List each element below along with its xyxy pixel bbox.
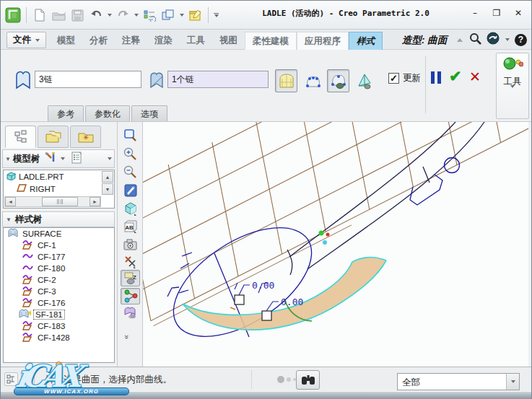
primary-chain-input[interactable] xyxy=(35,71,141,88)
tools-group[interactable]: 工具 xyxy=(496,53,529,119)
zoom-out-button[interactable] xyxy=(121,164,140,180)
collapse-ribbon-icon[interactable] xyxy=(457,38,463,42)
tab-view[interactable]: 视图 xyxy=(212,32,245,50)
tab-parameterization[interactable]: 参数化 xyxy=(85,105,130,121)
saved-orientations-button[interactable]: AB xyxy=(121,218,140,234)
drag-handle-square[interactable] xyxy=(235,295,244,304)
folder-browser-tab[interactable] xyxy=(38,126,69,148)
undo-dropdown-arrow[interactable] xyxy=(108,14,112,17)
regenerate-button[interactable] xyxy=(141,7,157,23)
pause-button[interactable] xyxy=(431,71,441,84)
tab-model[interactable]: 模型 xyxy=(50,32,82,50)
hscroll-thumb[interactable] xyxy=(42,197,78,206)
collapse-icon[interactable]: ▼ xyxy=(5,156,11,162)
tab-annotate[interactable]: 注释 xyxy=(115,32,147,50)
tab-options[interactable]: 选项 xyxy=(131,105,167,121)
tangency-annotation[interactable]: 0.00 xyxy=(281,297,303,307)
ok-button[interactable]: ✔ xyxy=(449,68,462,85)
display-style-button[interactable] xyxy=(121,200,140,216)
internal-curves-button[interactable] xyxy=(327,69,349,92)
zoom-region-button[interactable] xyxy=(121,127,140,144)
red-point[interactable] xyxy=(326,233,330,237)
toggle-navigator-button[interactable] xyxy=(4,372,18,386)
control-points-surface-button[interactable] xyxy=(302,69,324,92)
filter-dropdown-button[interactable] xyxy=(506,374,519,390)
secondary-chain-input[interactable] xyxy=(167,71,269,88)
new-annotation-button[interactable] xyxy=(187,7,203,23)
style-tree-item[interactable]: CF-1428 xyxy=(4,332,114,343)
trim-surface-button[interactable] xyxy=(353,69,375,92)
tangency-annotation[interactable]: 0.00 xyxy=(252,280,274,291)
file-menu-button[interactable]: 文件 xyxy=(6,32,46,48)
collapse-icon[interactable]: ▼ xyxy=(6,216,12,223)
search-icon[interactable] xyxy=(469,32,481,48)
style-tree-item[interactable]: SURFACE xyxy=(4,228,114,240)
redo-dropdown-arrow[interactable] xyxy=(134,14,139,17)
find-button[interactable] xyxy=(296,370,320,390)
cyan-point[interactable] xyxy=(323,240,327,245)
handle-curves[interactable] xyxy=(287,122,484,275)
tree-settings-icon[interactable] xyxy=(71,152,83,167)
blue-curves[interactable] xyxy=(155,158,460,359)
tab-analysis[interactable]: 分析 xyxy=(82,32,115,50)
spin-center-button[interactable] xyxy=(121,288,140,304)
plane-tag-display-button[interactable]: Z xyxy=(121,270,140,286)
open-file-button[interactable] xyxy=(51,7,66,23)
style-tree-item[interactable]: CF-177 xyxy=(4,251,114,263)
undo-button[interactable] xyxy=(88,7,104,23)
toolbar-more-icon[interactable]: » xyxy=(123,335,131,339)
model-tree-hscroll[interactable]: ◄ ► xyxy=(4,196,101,207)
filter-combobox[interactable]: 全部 xyxy=(397,373,520,390)
close-button[interactable]: ✕ xyxy=(511,6,526,19)
tab-applications[interactable]: 应用程序 xyxy=(297,32,349,51)
tree-tools-icon[interactable] xyxy=(45,152,58,167)
style-tree-item[interactable]: CF-183 xyxy=(4,320,114,332)
scroll-right-button[interactable]: ► xyxy=(90,197,100,206)
save-button[interactable] xyxy=(69,7,85,23)
3d-rotation-button[interactable] xyxy=(121,304,140,321)
graphics-viewport[interactable]: 0.00 0.00 xyxy=(143,122,528,367)
scroll-up-button[interactable]: ▲ xyxy=(102,171,113,183)
update-option[interactable]: ✓ 更新 xyxy=(388,72,421,84)
view-manager-button[interactable] xyxy=(121,236,140,253)
favorites-tab[interactable]: ✳ xyxy=(70,126,101,148)
style-tree-item[interactable]: CF-180 xyxy=(4,263,114,274)
tab-references[interactable]: 参考 xyxy=(48,105,84,121)
update-checkbox[interactable]: ✓ xyxy=(388,73,399,84)
tab-flexible-modeling[interactable]: 柔性建模 xyxy=(245,32,297,51)
tab-tools[interactable]: 工具 xyxy=(180,32,212,50)
customize-qat-button[interactable] xyxy=(214,13,219,18)
community-dropdown-arrow[interactable] xyxy=(505,38,510,41)
repaint-button[interactable] xyxy=(121,182,140,198)
surface-preview[interactable] xyxy=(183,258,386,330)
style-tree-item[interactable]: CF-176 xyxy=(4,297,114,309)
green-point[interactable] xyxy=(319,231,324,236)
boundary-surface-button[interactable] xyxy=(275,69,297,92)
new-file-button[interactable] xyxy=(32,7,48,23)
tab-style[interactable]: 样式 xyxy=(349,32,383,51)
scroll-left-button[interactable]: ◄ xyxy=(5,197,16,206)
viewport-canvas[interactable]: 0.00 0.00 xyxy=(143,122,528,367)
tree-settings-dropdown[interactable] xyxy=(108,157,112,160)
style-tree-item[interactable]: CF-3 xyxy=(4,286,114,297)
scroll-down-button[interactable]: ▼ xyxy=(102,183,113,195)
toggle-browser-button[interactable] xyxy=(21,372,35,386)
tab-render[interactable]: 渲染 xyxy=(147,32,180,50)
style-tree-item-selected[interactable]: ✱ SF-181 xyxy=(4,309,114,320)
redo-button[interactable] xyxy=(115,7,131,23)
cancel-button[interactable]: ✕ xyxy=(469,69,481,84)
style-tree-item[interactable]: CF-1 xyxy=(4,240,114,251)
zoom-in-button[interactable] xyxy=(121,146,140,162)
drag-handle-square[interactable] xyxy=(262,311,271,320)
style-tree-item[interactable]: CF-2 xyxy=(4,274,114,286)
maximize-button[interactable]: ❐ xyxy=(489,6,504,19)
windows-dropdown-arrow[interactable] xyxy=(180,14,184,17)
tools-dropdown-arrow[interactable] xyxy=(510,85,515,100)
windows-button[interactable] xyxy=(160,7,176,23)
minimize-button[interactable]: – xyxy=(468,6,482,19)
datum-display-filters-button[interactable] xyxy=(121,253,140,270)
community-icon[interactable] xyxy=(487,32,500,48)
tree-item-part[interactable]: LADLE.PRT xyxy=(4,170,114,183)
help-icon[interactable]: ? xyxy=(515,34,527,46)
model-tree-tab[interactable] xyxy=(5,126,36,148)
